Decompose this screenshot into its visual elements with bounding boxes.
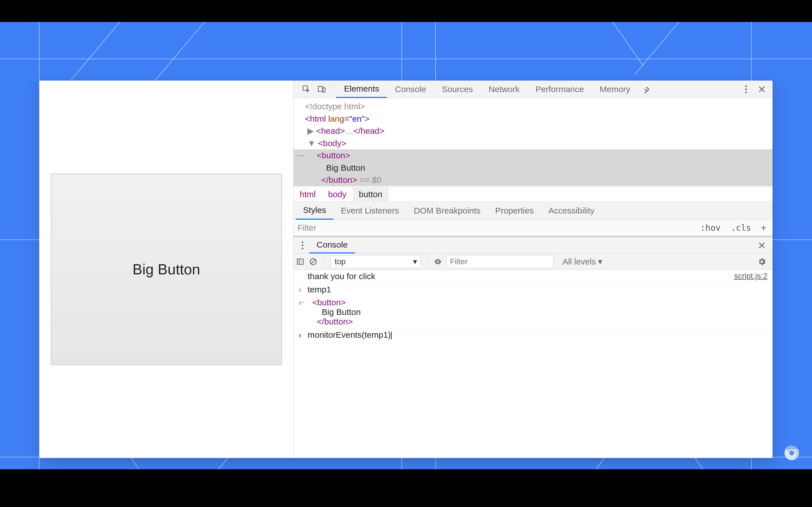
console-settings-icon[interactable] <box>753 257 770 266</box>
elements-subtabs: Styles Event Listeners DOM Breakpoints P… <box>294 202 772 220</box>
big-button[interactable]: Big Button <box>51 173 282 365</box>
dom-doctype: <!doctype html> <box>305 102 365 111</box>
drawer-tab-console[interactable]: Console <box>309 237 355 253</box>
svg-rect-1 <box>318 86 322 92</box>
chevron-down-icon: ▾ <box>413 257 417 266</box>
console-result-row: ‹· <button> Big Button </button> <box>294 296 772 328</box>
context-select[interactable]: top ▾ <box>331 255 421 268</box>
console-input-row: › temp1 <box>294 283 772 296</box>
console-output[interactable]: thank you for click script.js:2 › temp1 … <box>294 270 772 458</box>
subtab-event-listeners[interactable]: Event Listeners <box>334 202 407 220</box>
console-log-row: thank you for click script.js:2 <box>294 270 772 283</box>
console-sidebar-icon[interactable] <box>296 257 305 266</box>
console-toolbar: top ▾ All levels ▾ <box>294 253 772 270</box>
tab-network[interactable]: Network <box>481 80 527 98</box>
device-toggle-icon[interactable] <box>317 85 326 94</box>
styles-filter-row: :hov .cls + <box>294 220 772 236</box>
chrome-logo-icon <box>784 445 800 461</box>
tab-sources[interactable]: Sources <box>434 80 481 98</box>
console-filter-input[interactable] <box>446 255 553 268</box>
drawer-tabbar: Console <box>294 237 772 253</box>
tab-memory[interactable]: Memory <box>592 80 638 98</box>
rendered-page: Big Button <box>40 80 293 458</box>
subtab-styles[interactable]: Styles <box>296 202 334 220</box>
breadcrumb-body[interactable]: body <box>322 187 353 202</box>
tab-overflow[interactable] <box>638 80 657 98</box>
subtab-accessibility[interactable]: Accessibility <box>541 202 602 220</box>
tab-console[interactable]: Console <box>387 80 434 98</box>
dom-tree[interactable]: <!doctype html> <html lang="en"> ▶ <head… <box>294 98 772 187</box>
slide-background: Big Button <box>0 22 812 469</box>
svg-point-5 <box>437 261 439 262</box>
app-window: Big Button <box>40 80 772 458</box>
devtools-panel: Elements Console Sources Network Perform… <box>293 80 772 458</box>
chevron-down-icon: ▾ <box>598 257 602 267</box>
console-drawer: Console top <box>294 236 772 458</box>
close-devtools-icon[interactable] <box>757 85 766 94</box>
styles-filter-input[interactable] <box>297 221 693 234</box>
big-button-label: Big Button <box>133 261 200 278</box>
subtab-dom-breakpoints[interactable]: DOM Breakpoints <box>406 202 488 220</box>
svg-rect-2 <box>323 88 325 92</box>
subtab-properties[interactable]: Properties <box>488 202 541 220</box>
dom-selected-node[interactable]: ⋯ <button> Big Button </button> == $0 <box>294 149 772 186</box>
log-levels-select[interactable]: All levels ▾ <box>562 257 602 267</box>
log-source-link[interactable]: script.js:2 <box>734 272 767 281</box>
inspect-icon[interactable] <box>302 85 311 94</box>
breadcrumb-html[interactable]: html <box>294 187 322 202</box>
console-prompt-row[interactable]: › monitorEvents(temp1) <box>294 328 772 341</box>
more-menu-icon[interactable] <box>743 86 749 93</box>
cls-toggle[interactable]: .cls <box>728 223 754 233</box>
new-style-rule-icon[interactable]: + <box>758 222 769 233</box>
hov-toggle[interactable]: :hov <box>698 223 723 233</box>
clear-console-icon[interactable] <box>309 257 318 266</box>
tab-elements[interactable]: Elements <box>336 80 387 98</box>
live-expression-icon[interactable] <box>434 257 442 266</box>
devtools-tabbar: Elements Console Sources Network Perform… <box>294 80 772 98</box>
tab-performance[interactable]: Performance <box>527 80 592 98</box>
elements-breadcrumb: html body button <box>294 187 772 202</box>
breadcrumb-button[interactable]: button <box>353 187 389 202</box>
drawer-menu-icon[interactable] <box>299 241 306 249</box>
drawer-close-icon[interactable] <box>753 241 770 250</box>
